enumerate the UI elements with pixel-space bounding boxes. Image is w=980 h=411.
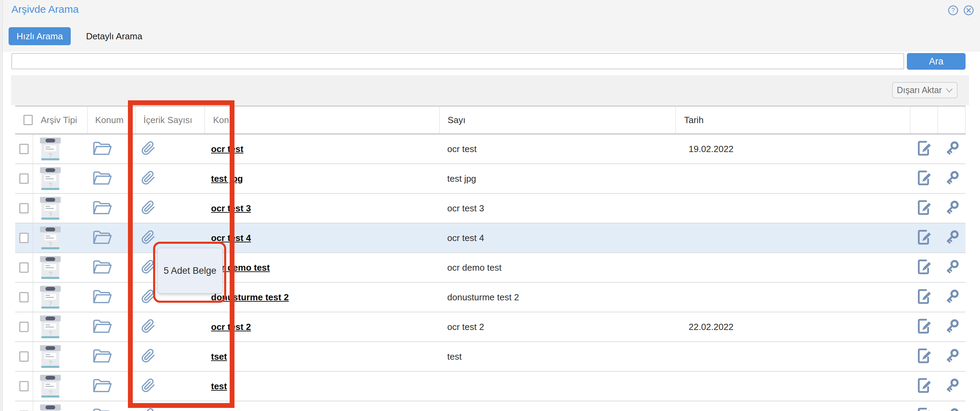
paperclip-icon[interactable] bbox=[141, 318, 156, 336]
row-checkbox[interactable] bbox=[19, 322, 29, 332]
key-icon[interactable] bbox=[943, 318, 960, 336]
konu-link[interactable]: ocr test bbox=[211, 144, 243, 155]
key-icon[interactable] bbox=[943, 407, 960, 411]
key-icon[interactable] bbox=[943, 347, 960, 365]
open-folder-icon[interactable] bbox=[92, 229, 112, 247]
icerik-sayisi-cell bbox=[135, 134, 204, 163]
tab-quick-search[interactable]: Hızlı Arama bbox=[9, 27, 71, 45]
edit-icon[interactable] bbox=[915, 377, 932, 395]
header-key-column bbox=[938, 107, 966, 134]
konum-cell bbox=[87, 223, 135, 252]
paperclip-icon[interactable] bbox=[141, 140, 156, 158]
row-checkbox[interactable] bbox=[19, 233, 29, 243]
edit-icon[interactable] bbox=[915, 229, 932, 247]
edit-icon[interactable] bbox=[915, 406, 932, 411]
edit-cell bbox=[910, 194, 938, 223]
konu-link[interactable]: test bbox=[211, 381, 227, 392]
paperclip-icon[interactable] bbox=[141, 378, 156, 395]
archive-box-icon: ? bbox=[40, 167, 61, 190]
konu-link[interactable]: test jpg bbox=[211, 174, 243, 184]
open-folder-icon[interactable] bbox=[92, 378, 112, 395]
key-icon[interactable] bbox=[943, 140, 960, 158]
edit-cell bbox=[910, 312, 938, 341]
export-button[interactable]: Dışarı Aktar bbox=[892, 82, 958, 98]
key-cell bbox=[938, 372, 966, 401]
open-folder-icon[interactable] bbox=[92, 288, 112, 306]
search-button[interactable]: Ara bbox=[907, 53, 966, 70]
sayi-cell bbox=[439, 401, 676, 411]
konu-link[interactable]: ocr test 4 bbox=[211, 233, 251, 244]
header-icerik-sayisi[interactable]: İçerik Sayısı bbox=[135, 107, 204, 134]
paperclip-icon[interactable] bbox=[141, 200, 156, 217]
edit-icon[interactable] bbox=[915, 288, 932, 306]
key-icon[interactable] bbox=[943, 377, 960, 395]
tab-detailed-search[interactable]: Detaylı Arama bbox=[86, 31, 142, 42]
row-checkbox[interactable] bbox=[19, 203, 29, 213]
paperclip-icon[interactable] bbox=[141, 407, 156, 411]
open-folder-icon[interactable] bbox=[92, 407, 112, 411]
paperclip-icon[interactable] bbox=[141, 170, 156, 187]
konu-link[interactable]: ocr test 3 bbox=[211, 203, 251, 214]
konu-cell: ocr demo test bbox=[204, 253, 439, 282]
open-folder-icon[interactable] bbox=[92, 140, 112, 158]
edit-icon[interactable] bbox=[915, 169, 932, 188]
sayi-cell: test jpg bbox=[439, 164, 676, 193]
edit-icon[interactable] bbox=[915, 140, 932, 158]
row-checkbox[interactable] bbox=[19, 292, 29, 303]
close-icon[interactable] bbox=[963, 5, 974, 16]
key-icon[interactable] bbox=[943, 170, 960, 188]
sayi-cell: ocr test bbox=[439, 134, 676, 163]
paperclip-icon[interactable] bbox=[141, 348, 156, 365]
row-checkbox[interactable] bbox=[19, 381, 29, 391]
arsiv-tipi-cell: ? bbox=[33, 253, 87, 282]
konu-link[interactable]: donusturme test 2 bbox=[211, 292, 289, 303]
edit-cell bbox=[910, 372, 938, 401]
konu-cell: test bbox=[204, 372, 439, 401]
header-konu[interactable]: Konu bbox=[204, 107, 439, 134]
header-konum[interactable]: Konum bbox=[87, 107, 135, 134]
select-all-checkbox[interactable] bbox=[24, 115, 33, 125]
tarih-cell bbox=[676, 253, 910, 282]
paperclip-icon[interactable] bbox=[141, 288, 156, 306]
edit-icon[interactable] bbox=[915, 199, 932, 218]
header-arsiv-tipi[interactable]: Arşiv Tipi bbox=[33, 107, 87, 134]
edit-cell bbox=[910, 253, 938, 282]
konu-cell: donusturme test 2 bbox=[204, 283, 439, 312]
header-tarih[interactable]: Tarih bbox=[676, 107, 910, 134]
tarih-cell: 22.02.2022 bbox=[676, 312, 910, 341]
open-folder-icon[interactable] bbox=[92, 170, 112, 187]
open-folder-icon[interactable] bbox=[92, 200, 112, 217]
paperclip-icon[interactable] bbox=[141, 259, 156, 276]
toolbar: Dışarı Aktar bbox=[11, 75, 969, 105]
key-icon[interactable] bbox=[943, 199, 960, 217]
edit-icon[interactable] bbox=[915, 347, 932, 366]
row-select-cell bbox=[15, 134, 33, 163]
row-checkbox[interactable] bbox=[19, 351, 29, 362]
paperclip-icon[interactable] bbox=[141, 229, 156, 247]
row-checkbox[interactable] bbox=[19, 174, 29, 184]
row-select-cell bbox=[15, 372, 33, 401]
key-icon[interactable] bbox=[943, 229, 960, 247]
archive-box-icon: ? bbox=[40, 226, 61, 249]
row-select-cell bbox=[15, 312, 33, 341]
search-input[interactable] bbox=[11, 53, 904, 69]
row-checkbox[interactable] bbox=[19, 262, 29, 273]
konu-link[interactable]: ocr test 2 bbox=[211, 322, 251, 332]
konu-cell: ocr test 4 bbox=[204, 223, 439, 252]
row-checkbox[interactable] bbox=[19, 144, 29, 154]
edit-icon[interactable] bbox=[915, 317, 932, 336]
key-icon[interactable] bbox=[943, 259, 960, 277]
edit-icon[interactable] bbox=[915, 258, 932, 277]
key-icon[interactable] bbox=[943, 288, 960, 306]
arsiv-tipi-cell: ? bbox=[33, 194, 87, 223]
help-icon[interactable]: ? bbox=[948, 5, 958, 16]
konu-link[interactable]: tset bbox=[211, 351, 227, 362]
icerik-sayisi-cell bbox=[135, 401, 204, 411]
konum-cell bbox=[87, 194, 135, 223]
open-folder-icon[interactable] bbox=[92, 348, 112, 365]
archive-box-icon: ? bbox=[40, 256, 61, 279]
open-folder-icon[interactable] bbox=[92, 259, 112, 276]
konu-cell bbox=[204, 401, 439, 411]
open-folder-icon[interactable] bbox=[92, 318, 112, 336]
header-sayi[interactable]: Sayı bbox=[439, 107, 676, 134]
